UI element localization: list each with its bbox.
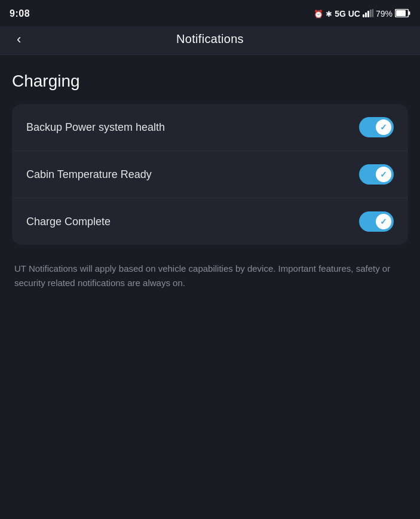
signal-icon (363, 9, 373, 19)
toggle-track-cabin[interactable]: ✓ (359, 164, 394, 185)
back-button[interactable]: ‹ (12, 29, 26, 50)
notification-label-backup: Backup Power system health (26, 121, 359, 134)
toggle-cabin[interactable]: ✓ (359, 164, 394, 185)
status-time: 9:08 (10, 8, 30, 19)
nav-bar: ‹ Notifications (0, 26, 420, 55)
svg-rect-6 (396, 10, 406, 16)
svg-rect-7 (409, 11, 410, 15)
bluetooth-icon: ✱ (326, 10, 332, 19)
status-right-icons: ⏰ ✱ 5G UC 79% (314, 9, 410, 19)
svg-rect-3 (370, 10, 372, 17)
toggle-charge[interactable]: ✓ (359, 211, 394, 232)
notification-label-charge: Charge Complete (26, 216, 359, 228)
network-label: 5G UC (335, 9, 360, 19)
notification-card: Backup Power system health ✓ Cabin Tempe… (12, 104, 408, 245)
main-content: Charging Backup Power system health ✓ Ca… (0, 55, 420, 305)
notification-row-cabin: Cabin Temperature Ready ✓ (12, 151, 408, 198)
battery-icon (395, 9, 410, 19)
svg-rect-1 (365, 13, 367, 17)
battery-percentage: 79% (376, 9, 393, 19)
svg-rect-0 (363, 14, 364, 17)
svg-rect-4 (372, 9, 373, 17)
toggle-thumb-charge: ✓ (376, 214, 391, 229)
notification-row-backup: Backup Power system health ✓ (12, 104, 408, 151)
footer-disclaimer: UT Notifications will apply based on veh… (12, 259, 408, 290)
page-title: Notifications (176, 32, 244, 46)
notification-row-charge: Charge Complete ✓ (12, 198, 408, 245)
toggle-thumb-backup: ✓ (376, 119, 391, 135)
section-title: Charging (12, 72, 408, 91)
checkmark-icon-cabin: ✓ (380, 170, 387, 179)
toggle-thumb-cabin: ✓ (376, 167, 391, 182)
toggle-track-charge[interactable]: ✓ (359, 211, 394, 232)
alarm-icon: ⏰ (314, 10, 323, 19)
checkmark-icon-backup: ✓ (380, 123, 387, 131)
toggle-track-backup[interactable]: ✓ (359, 117, 394, 137)
status-bar: 9:08 ⏰ ✱ 5G UC 79% (0, 0, 420, 26)
svg-rect-2 (367, 11, 369, 17)
checkmark-icon-charge: ✓ (380, 217, 387, 226)
toggle-backup[interactable]: ✓ (359, 117, 394, 137)
notification-label-cabin: Cabin Temperature Ready (26, 168, 359, 181)
